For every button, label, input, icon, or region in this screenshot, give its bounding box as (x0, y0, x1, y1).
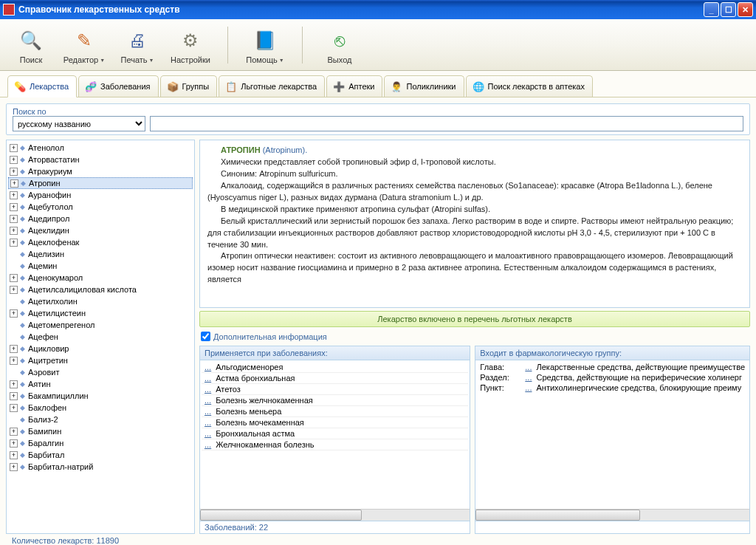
expand-icon[interactable]: + (10, 215, 18, 223)
expand-icon[interactable]: + (10, 357, 18, 365)
expand-icon[interactable]: + (10, 274, 18, 282)
expand-icon[interactable]: + (10, 239, 18, 247)
expand-icon[interactable]: + (10, 156, 18, 164)
expand-icon[interactable]: + (10, 380, 18, 388)
tree-item[interactable]: +◆Аторвастатин (8, 154, 193, 165)
tree-item[interactable]: +◆Ацедипрол (8, 213, 193, 224)
tab-drugs[interactable]: 💊Лекарства (7, 75, 77, 97)
details-link[interactable]: ... (525, 373, 532, 382)
details-link[interactable]: ... (205, 429, 211, 438)
expand-icon[interactable]: + (10, 404, 18, 412)
tab-search-pharmacies[interactable]: 🌐Поиск лекарств в аптеках (466, 75, 593, 97)
expand-icon[interactable]: + (10, 179, 18, 188)
tree-item[interactable]: +◆Баралгин (8, 437, 193, 449)
tree-item[interactable]: ◆Аэровит (8, 366, 193, 378)
help-button[interactable]: 📘 Помощь▼ (243, 25, 287, 66)
bullet-icon: ◆ (20, 250, 26, 258)
disease-row[interactable]: ...Бронхиальная астма (202, 428, 468, 439)
tree-item[interactable]: +◆Бакампициллин (8, 390, 193, 402)
details-link[interactable]: ... (525, 383, 532, 392)
disease-row[interactable]: ...Болезнь меньера (202, 406, 468, 417)
tree-item[interactable]: ◆Ацетомепрегенол (8, 319, 193, 331)
maximize-button[interactable]: ☐ (721, 2, 736, 17)
search-mode-select[interactable]: русскому названию (13, 116, 145, 131)
tree-item[interactable]: +◆Ацетилсалициловая кислота (8, 284, 193, 295)
tree-item[interactable]: +◆Ауранофин (8, 189, 193, 201)
expand-icon[interactable]: + (10, 463, 18, 471)
details-link[interactable]: ... (205, 440, 211, 449)
tree-item[interactable]: +◆Атропин (8, 177, 193, 189)
expand-icon[interactable]: + (10, 392, 18, 400)
expand-icon[interactable]: + (10, 286, 18, 294)
description-box[interactable]: АТРОПИН (Atropinum). Химически представл… (199, 140, 750, 308)
exit-button[interactable]: ⎋ Выход (317, 25, 362, 66)
disease-row[interactable]: ...Желчнокаменная болезнь (202, 439, 468, 450)
tree-item[interactable]: +◆Ацеклофенак (8, 236, 193, 248)
tree-item[interactable]: ◆Ацелизин (8, 248, 193, 260)
tree-item[interactable]: +◆Ацетилцистеин (8, 307, 193, 319)
tab-groups[interactable]: 📦Группы (160, 75, 218, 97)
disease-row[interactable]: ...Альгодисменорея (202, 362, 468, 373)
details-link[interactable]: ... (205, 363, 211, 371)
details-link[interactable]: ... (205, 385, 211, 394)
tree-item[interactable]: +◆Ацитретин (8, 354, 193, 366)
search-button[interactable]: 🔍 Поиск (9, 25, 53, 66)
main-toolbar: 🔍 Поиск ✎ Редактор▼ 🖨 Печать▼ ⚙ Настройк… (0, 19, 756, 71)
expand-icon[interactable]: + (10, 144, 18, 152)
tab-benefit[interactable]: 📋Льготные лекарства (219, 75, 325, 97)
bullet-icon: ◆ (20, 463, 26, 470)
disease-row[interactable]: ...Астма бронхиальная (202, 373, 468, 384)
details-link[interactable]: ... (205, 418, 211, 427)
details-link[interactable]: ... (205, 407, 211, 416)
tree-item[interactable]: +◆Барбитал (8, 449, 193, 461)
tree-item[interactable]: +◆Барбитал-натрий (8, 461, 193, 473)
details-link[interactable]: ... (205, 374, 211, 383)
additional-info-checkbox[interactable] (201, 332, 210, 341)
tree-item[interactable]: +◆Бамипин (8, 425, 193, 437)
settings-button[interactable]: ⚙ Настройки (168, 25, 213, 66)
expand-icon[interactable]: + (10, 191, 18, 199)
disease-row[interactable]: ...Болезнь мочекаменная (202, 417, 468, 428)
expand-icon[interactable]: + (10, 168, 18, 176)
h-scrollbar[interactable] (475, 509, 749, 521)
tree-label: Ацетилцистеин (28, 309, 86, 318)
tree-item[interactable]: +◆Ацеклидин (8, 224, 193, 236)
expand-icon[interactable]: + (10, 203, 18, 211)
expand-icon[interactable]: + (10, 451, 18, 459)
content-area: Поиск по русскому названию +◆Атенолол+◆А… (0, 97, 756, 545)
tree-item[interactable]: +◆Аятин (8, 378, 193, 390)
tab-clinics[interactable]: 👨‍⚕️Поликлиники (384, 75, 464, 97)
disease-row[interactable]: ...Болезнь желчнокаменная (202, 395, 468, 406)
tree-item[interactable]: ◆Бализ-2 (8, 414, 193, 425)
editor-button[interactable]: ✎ Редактор▼ (62, 25, 106, 66)
expand-icon[interactable]: + (10, 345, 18, 353)
disease-row[interactable]: ...Атетоз (202, 384, 468, 395)
details-link[interactable]: ... (205, 396, 211, 405)
diseases-list[interactable]: ...Альгодисменорея...Астма бронхиальная.… (200, 360, 470, 509)
h-scrollbar[interactable] (200, 509, 470, 521)
tree-item[interactable]: +◆Атенолол (8, 142, 193, 154)
tree-item[interactable]: +◆Ацебутолол (8, 201, 193, 213)
minimize-button[interactable]: _ (704, 2, 719, 17)
tree-item[interactable]: +◆Атракуриум (8, 165, 193, 177)
tree-label: Ацикловир (28, 344, 69, 353)
expand-icon[interactable]: + (10, 439, 18, 448)
expand-icon[interactable]: + (10, 309, 18, 318)
tab-diseases[interactable]: 🧬Заболевания (78, 75, 159, 97)
expand-icon[interactable]: + (10, 227, 18, 235)
print-button[interactable]: 🖨 Печать▼ (115, 25, 159, 66)
tree-item[interactable]: ◆Ацемин (8, 260, 193, 272)
tree-item[interactable]: +◆Баклофен (8, 402, 193, 414)
tree-item[interactable]: ◆Ацефен (8, 331, 193, 343)
drug-tree[interactable]: +◆Атенолол+◆Аторвастатин+◆Атракуриум+◆Ат… (6, 140, 195, 534)
pharmacology-header: Входит в фармакологическую группу: (475, 346, 749, 360)
tree-item[interactable]: ◆Ацетилхолин (8, 295, 193, 307)
bullet-icon: ◆ (20, 168, 26, 175)
tree-item[interactable]: +◆Ацикловир (8, 343, 193, 354)
tab-pharmacies[interactable]: ➕Аптеки (326, 75, 382, 97)
expand-icon[interactable]: + (10, 428, 18, 436)
search-input[interactable] (150, 116, 743, 131)
tree-item[interactable]: +◆Аценокумарол (8, 272, 193, 284)
close-button[interactable]: ✕ (738, 2, 753, 17)
details-link[interactable]: ... (525, 363, 532, 371)
